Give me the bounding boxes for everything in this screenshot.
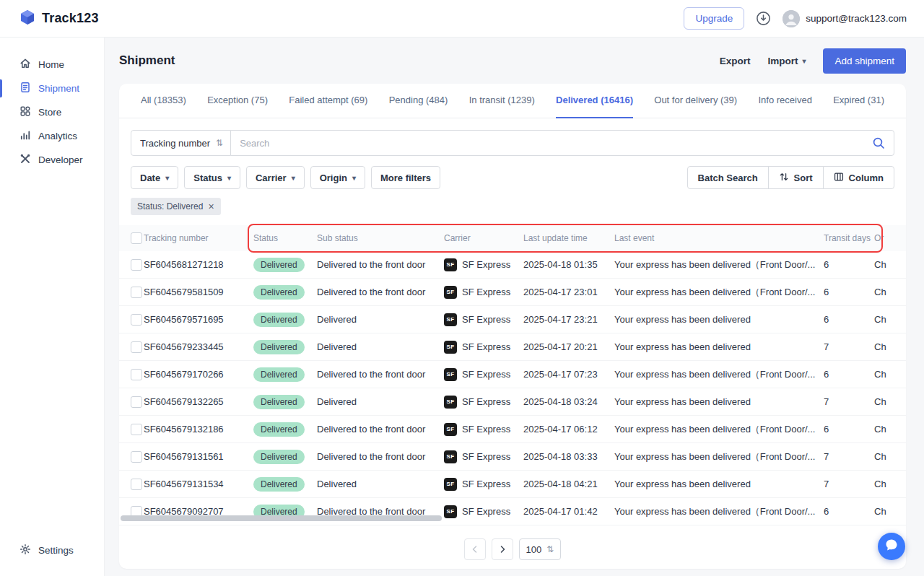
- column-header-transit-days[interactable]: Transit days: [824, 233, 874, 243]
- table-row: SF6045679132186 Delivered Delivered to t…: [119, 416, 906, 443]
- close-icon[interactable]: ×: [208, 201, 214, 211]
- transit-days: 7: [824, 396, 874, 407]
- sort-icon: [779, 172, 789, 184]
- sidebar-item-developer[interactable]: Developer: [0, 149, 104, 171]
- chevron-down-icon: ▾: [292, 174, 295, 182]
- chat-widget-button[interactable]: [878, 533, 905, 560]
- transit-days: 6: [824, 314, 874, 325]
- row-checkbox[interactable]: [131, 314, 142, 326]
- last-event: Your express has been delivered: [614, 341, 824, 352]
- carrier-name: SF Express: [462, 451, 510, 462]
- last-event: Your express has been delivered: [614, 314, 824, 325]
- sf-express-logo-icon: SF: [444, 396, 457, 409]
- sidebar: Home Shipment Store Analytics Developer …: [0, 38, 105, 576]
- column-header-sub-status[interactable]: Sub status: [317, 233, 444, 243]
- upgrade-button[interactable]: Upgrade: [684, 7, 744, 30]
- store-icon: [19, 105, 31, 119]
- chevron-down-icon: ▾: [352, 174, 356, 182]
- status-badge: Delivered: [253, 340, 305, 354]
- next-page-button[interactable]: [492, 538, 513, 560]
- column-header-last-update[interactable]: Last update time: [523, 233, 614, 243]
- column-header-origin[interactable]: Or: [874, 233, 906, 243]
- filter-buttons: Date▾Status▾Carrier▾Origin▾More filters: [131, 166, 446, 189]
- table-body: SF6045681271218 Delivered Delivered to t…: [119, 251, 906, 525]
- tab-4[interactable]: In transit (1239): [469, 84, 535, 118]
- table-row: SF6045679581509 Delivered Delivered to t…: [119, 279, 906, 306]
- track123-cube-icon: [19, 9, 36, 29]
- sidebar-item-shipment[interactable]: Shipment: [0, 77, 104, 100]
- page-title: Shipment: [119, 53, 175, 68]
- chevron-down-icon: ▾: [227, 174, 231, 182]
- download-icon[interactable]: [756, 11, 771, 26]
- tab-3[interactable]: Pending (484): [389, 84, 448, 118]
- row-checkbox[interactable]: [131, 259, 142, 271]
- row-checkbox[interactable]: [131, 341, 142, 353]
- import-button[interactable]: Import▾: [767, 56, 806, 66]
- page-size-select[interactable]: 100 ⇅: [519, 538, 562, 560]
- sidebar-item-store[interactable]: Store: [0, 101, 104, 123]
- row-checkbox[interactable]: [131, 396, 142, 408]
- last-event: Your express has been delivered（Front Do…: [614, 286, 824, 299]
- horizontal-scrollbar[interactable]: [121, 515, 442, 521]
- carrier-name: SF Express: [462, 479, 510, 489]
- pagination: 100 ⇅: [119, 538, 906, 560]
- filter-button-date[interactable]: Date▾: [131, 166, 178, 189]
- transit-days: 7: [824, 341, 874, 352]
- filter-button-more-filters[interactable]: More filters: [371, 166, 440, 189]
- shipment-card: All (18353)Exception (75)Failed attempt …: [119, 84, 906, 569]
- tracking-number: SF6045681271218: [144, 259, 253, 270]
- tab-8[interactable]: Expired (31): [833, 84, 884, 118]
- search-input[interactable]: [230, 130, 894, 156]
- last-event: Your express has been delivered（Front Do…: [614, 505, 824, 518]
- tab-1[interactable]: Exception (75): [207, 84, 268, 118]
- carrier-name: SF Express: [462, 506, 510, 517]
- brand-logo[interactable]: Track123: [19, 9, 99, 29]
- column-button[interactable]: Column: [823, 166, 894, 189]
- account-menu[interactable]: support@track123.com: [783, 10, 907, 27]
- last-event: Your express has been delivered: [614, 479, 824, 489]
- prev-page-button[interactable]: [464, 538, 486, 560]
- table-row: SF6045679571695 Delivered Delivered SF S…: [119, 306, 906, 333]
- transit-days: 7: [824, 479, 874, 489]
- filter-button-origin[interactable]: Origin▾: [310, 166, 365, 189]
- tab-6[interactable]: Out for delivery (39): [654, 84, 737, 118]
- row-checkbox[interactable]: [131, 479, 142, 490]
- sf-express-logo-icon: SF: [444, 423, 457, 436]
- sort-button[interactable]: Sort: [768, 166, 824, 189]
- batch-search-button[interactable]: Batch Search: [687, 166, 769, 189]
- add-shipment-button[interactable]: Add shipment: [823, 48, 906, 74]
- row-checkbox[interactable]: [131, 369, 142, 380]
- column-header-tracking[interactable]: Tracking number: [144, 233, 253, 243]
- filter-button-carrier[interactable]: Carrier▾: [246, 166, 305, 189]
- sf-express-logo-icon: SF: [444, 505, 457, 518]
- search-icon[interactable]: [872, 136, 885, 152]
- origin: Ch: [874, 451, 906, 462]
- row-checkbox[interactable]: [131, 287, 142, 298]
- row-checkbox[interactable]: [131, 451, 142, 463]
- column-header-status[interactable]: Status: [253, 233, 317, 243]
- tab-2[interactable]: Failed attempt (69): [289, 84, 367, 118]
- sidebar-item-home[interactable]: Home: [0, 53, 104, 76]
- sf-express-logo-icon: SF: [444, 450, 457, 463]
- select-all-checkbox[interactable]: [131, 232, 142, 244]
- tab-7[interactable]: Info received: [758, 84, 811, 118]
- sidebar-item-label: Developer: [38, 154, 83, 165]
- tab-0[interactable]: All (18353): [141, 84, 186, 118]
- carrier-name: SF Express: [462, 314, 510, 325]
- shipment-icon: [19, 82, 31, 95]
- filter-button-status[interactable]: Status▾: [184, 166, 240, 189]
- last-event: Your express has been delivered: [614, 396, 824, 407]
- search-field-select[interactable]: Tracking number ⇅: [131, 130, 231, 156]
- export-button[interactable]: Export: [720, 56, 751, 66]
- sidebar-item-analytics[interactable]: Analytics: [0, 125, 104, 147]
- last-update-time: 2025-04-17 23:21: [523, 314, 614, 325]
- column-header-carrier[interactable]: Carrier: [444, 233, 523, 243]
- sf-express-logo-icon: SF: [444, 341, 457, 354]
- origin: Ch: [874, 341, 906, 352]
- column-header-last-event[interactable]: Last event: [614, 233, 824, 243]
- sidebar-item-settings[interactable]: Settings: [0, 539, 104, 562]
- table-row: SF6045679092707 Delivered Delivered to t…: [119, 498, 906, 525]
- tab-5[interactable]: Delivered (16416): [556, 84, 633, 118]
- row-checkbox[interactable]: [131, 424, 142, 435]
- sub-status: Delivered: [317, 341, 444, 352]
